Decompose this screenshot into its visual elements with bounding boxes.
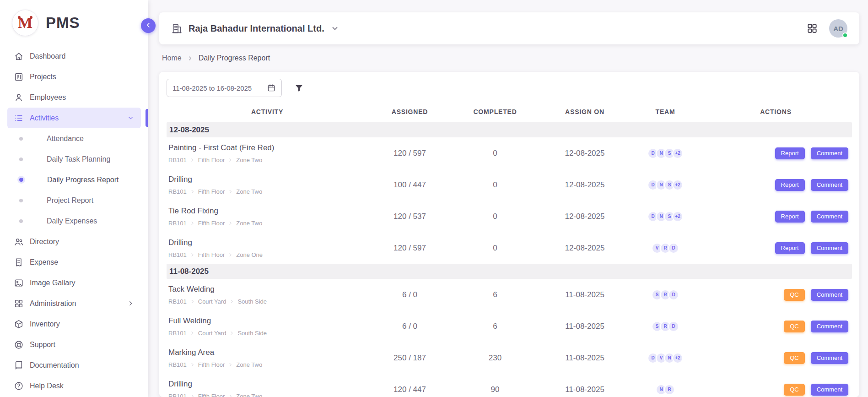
activity-path: RB101Court YardSouth Side bbox=[168, 298, 368, 305]
sidebar-item-administration[interactable]: Administration bbox=[7, 293, 141, 314]
path-segment: South Side bbox=[237, 330, 267, 337]
chevron-right-icon bbox=[228, 221, 233, 226]
sidebar-item-activities[interactable]: Activities bbox=[7, 108, 141, 128]
team-avatar: D bbox=[668, 321, 679, 332]
path-segment: RB101 bbox=[168, 220, 187, 227]
completed-value: 6 bbox=[452, 322, 539, 331]
completed-value: 0 bbox=[452, 149, 539, 158]
team-avatar: D bbox=[668, 243, 679, 254]
comment-button[interactable]: Comment bbox=[811, 147, 848, 159]
qc-button[interactable]: QC bbox=[784, 321, 805, 332]
team-avatar: +2 bbox=[672, 148, 683, 159]
activity-title: Tack Welding bbox=[168, 285, 368, 294]
path-segment: Court Yard bbox=[198, 330, 226, 337]
activity-path: RB101Fifth FloorZone Two bbox=[168, 361, 368, 368]
user-avatar[interactable]: AD bbox=[829, 19, 847, 38]
sidebar-item-label: Expense bbox=[30, 258, 135, 266]
comment-button[interactable]: Comment bbox=[811, 384, 848, 396]
row-actions: QCComment bbox=[700, 289, 852, 301]
sidebar-item-inventory[interactable]: Inventory bbox=[7, 314, 141, 334]
team-avatars: DNS+2 bbox=[631, 211, 700, 222]
comment-button[interactable]: Comment bbox=[811, 289, 848, 301]
sidebar-item-expense[interactable]: Expense bbox=[7, 252, 141, 272]
apps-grid-icon[interactable] bbox=[806, 22, 818, 34]
activity-title: Full Welding bbox=[168, 316, 368, 326]
sidebar-item-support[interactable]: Support bbox=[7, 334, 141, 355]
activity-cell: Full Welding RB101Court YardSouth Side bbox=[167, 316, 368, 337]
sidebar-subitem-daily-task-planning[interactable]: Daily Task Planning bbox=[7, 149, 141, 169]
date-range-input[interactable]: 11-08-2025 to 16-08-2025 bbox=[167, 79, 282, 97]
report-button[interactable]: Report bbox=[775, 211, 805, 223]
breadcrumb-home[interactable]: Home bbox=[162, 54, 182, 62]
topbar: Raja Bahadur International Ltd. AD bbox=[159, 12, 859, 44]
chevron-right-icon bbox=[190, 252, 195, 257]
activity-path: RB101Fifth FloorZone One bbox=[168, 251, 368, 258]
team-avatar: +2 bbox=[672, 353, 683, 364]
path-segment: RB101 bbox=[168, 251, 187, 258]
sidebar-collapse-button[interactable] bbox=[141, 18, 156, 33]
chevron-right-icon bbox=[228, 362, 233, 367]
table-row: Tack Welding RB101Court YardSouth Side 6… bbox=[167, 279, 852, 310]
online-status-dot bbox=[842, 33, 848, 38]
sidebar-item-image-gallary[interactable]: Image Gallary bbox=[7, 272, 141, 293]
path-segment: RB101 bbox=[168, 330, 187, 337]
table-row: Drilling RB101Fifth FloorZone Two 120 / … bbox=[167, 374, 852, 397]
receipt-icon bbox=[14, 257, 24, 267]
chevron-right-icon bbox=[190, 299, 195, 304]
content-card: 11-08-2025 to 16-08-2025 ACTIVITYASSIGNE… bbox=[159, 72, 859, 397]
bullet-icon bbox=[19, 158, 23, 161]
activity-path: RB101Fifth FloorZone Two bbox=[168, 220, 368, 227]
image-icon bbox=[14, 278, 24, 288]
assigned-value: 120 / 597 bbox=[368, 244, 452, 253]
report-button[interactable]: Report bbox=[775, 242, 805, 254]
activity-cell: Marking Area RB101Fifth FloorZone Two bbox=[167, 348, 368, 368]
sidebar-subitem-attendance[interactable]: Attendance bbox=[7, 128, 141, 149]
comment-button[interactable]: Comment bbox=[811, 242, 848, 254]
filter-icon[interactable] bbox=[294, 83, 304, 93]
path-segment: Zone Two bbox=[236, 188, 262, 195]
qc-button[interactable]: QC bbox=[784, 352, 805, 364]
sidebar-item-employees[interactable]: Employees bbox=[7, 87, 141, 108]
sidebar-subitem-daily-expenses[interactable]: Daily Expenses bbox=[7, 211, 141, 231]
chevron-down-icon bbox=[330, 24, 340, 33]
team-avatar: R bbox=[664, 384, 675, 395]
sidebar-item-documentation[interactable]: Documentation bbox=[7, 355, 141, 375]
report-button[interactable]: Report bbox=[775, 179, 805, 191]
report-button[interactable]: Report bbox=[775, 147, 805, 159]
comment-button[interactable]: Comment bbox=[811, 352, 848, 364]
path-segment: Zone One bbox=[236, 251, 263, 258]
company-name: Raja Bahadur International Ltd. bbox=[189, 23, 324, 34]
sidebar-item-dashboard[interactable]: Dashboard bbox=[7, 46, 141, 66]
table-row: Marking Area RB101Fifth FloorZone Two 25… bbox=[167, 342, 852, 374]
sidebar-subitem-label: Daily Progress Report bbox=[47, 176, 119, 184]
chevron-right-icon bbox=[228, 158, 233, 163]
chevron-right-icon bbox=[127, 299, 135, 307]
qc-button[interactable]: QC bbox=[784, 289, 805, 301]
row-actions: QCComment bbox=[700, 384, 852, 396]
path-segment: RB101 bbox=[168, 361, 187, 368]
chevron-right-icon bbox=[187, 55, 194, 62]
path-segment: Zone Two bbox=[236, 361, 262, 368]
path-segment: Court Yard bbox=[198, 298, 226, 305]
sidebar-subitem-daily-progress-report[interactable]: Daily Progress Report bbox=[7, 169, 141, 190]
sidebar-item-help-desk[interactable]: Help Desk bbox=[7, 375, 141, 396]
row-actions: QCComment bbox=[700, 321, 852, 332]
active-indicator bbox=[146, 109, 148, 127]
group-date-header: 12-08-2025 bbox=[167, 122, 852, 137]
comment-button[interactable]: Comment bbox=[811, 321, 848, 332]
sidebar-item-directory[interactable]: Directory bbox=[7, 231, 141, 252]
app-title: PMS bbox=[46, 14, 80, 32]
breadcrumb-current: Daily Progress Report bbox=[199, 54, 270, 62]
path-segment: RB101 bbox=[168, 157, 187, 163]
row-actions: ReportComment bbox=[700, 147, 852, 159]
qc-button[interactable]: QC bbox=[784, 384, 805, 396]
sidebar-item-label: Employees bbox=[30, 93, 135, 102]
sidebar-item-label: Documentation bbox=[30, 361, 135, 370]
comment-button[interactable]: Comment bbox=[811, 179, 848, 191]
sidebar-item-label: Directory bbox=[30, 238, 135, 246]
sidebar-subitem-project-report[interactable]: Project Report bbox=[7, 190, 141, 211]
box-icon bbox=[14, 319, 24, 329]
sidebar-item-projects[interactable]: Projects bbox=[7, 66, 141, 87]
comment-button[interactable]: Comment bbox=[811, 211, 848, 223]
company-selector[interactable]: Raja Bahadur International Ltd. bbox=[171, 23, 340, 34]
